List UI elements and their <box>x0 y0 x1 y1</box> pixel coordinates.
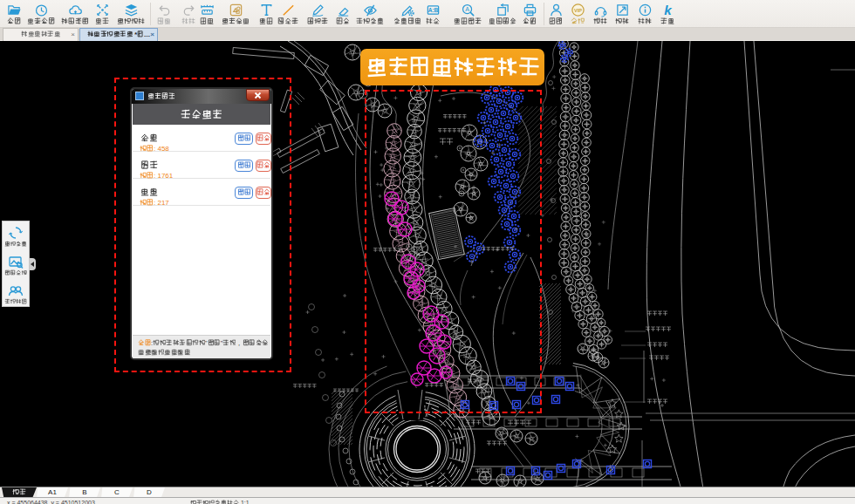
svg-text:k: k <box>664 3 673 17</box>
svg-text:VIP: VIP <box>573 8 581 13</box>
svg-text:A: A <box>465 6 469 13</box>
svg-text:A:B: A:B <box>428 7 438 13</box>
